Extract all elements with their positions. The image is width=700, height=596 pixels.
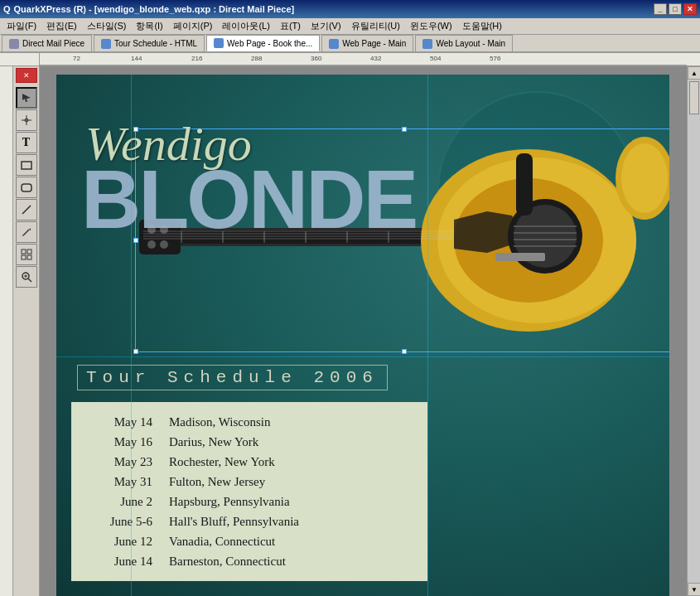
scroll-down-button[interactable]: ▼ [688, 583, 700, 596]
scroll-thumb[interactable] [689, 81, 699, 114]
tool-box[interactable] [16, 154, 37, 176]
svg-line-6 [23, 230, 29, 235]
tab-web-layout[interactable]: Web Layout - Main [415, 35, 513, 51]
tool-rounded-box[interactable] [16, 177, 37, 198]
tab-label-web-main: Web Page - Main [342, 39, 406, 48]
minimize-button[interactable]: _ [654, 3, 667, 15]
tool-text[interactable]: T [16, 132, 37, 153]
tab-icon-web-main [329, 39, 339, 49]
ruler-mark-288: 288 [251, 55, 262, 62]
tab-tour-schedule[interactable]: Tour Schedule - HTML [94, 35, 205, 51]
canvas-area[interactable]: Wendigo BLONDE [40, 66, 687, 596]
tour-row-5: June 2 Hapsburg, Pennsylvania [86, 492, 413, 511]
tool-pencil[interactable] [16, 221, 37, 243]
maximize-button[interactable]: □ [669, 3, 682, 15]
tool-line[interactable] [16, 199, 37, 220]
tab-label-web-layout: Web Layout - Main [436, 39, 505, 48]
guide-line-vertical-1 [131, 75, 132, 596]
tab-icon-web-layout [422, 39, 432, 49]
svg-rect-12 [27, 255, 31, 259]
ruler-mark-360: 360 [311, 55, 321, 62]
svg-rect-4 [22, 184, 31, 191]
menu-utility[interactable]: 유틸리티(U) [346, 18, 405, 34]
tour-row-1: May 14 Madison, Wisconsin [86, 412, 413, 432]
tab-icon-tour [101, 39, 111, 49]
svg-rect-11 [22, 255, 26, 259]
ruler-mark-432: 432 [370, 55, 381, 62]
menu-view[interactable]: 보기(V) [306, 18, 346, 34]
title-bar: Q QuarkXPress (R) - [wendigo_blonde_web.… [0, 0, 700, 18]
tool-arrow[interactable] [16, 87, 37, 109]
tour-schedule-box: May 14 Madison, Wisconsin May 16 Darius,… [71, 402, 427, 581]
svg-rect-40 [495, 253, 545, 261]
tabs-bar: Direct Mail Piece Tour Schedule - HTML W… [0, 35, 700, 53]
toolbar-close-button[interactable]: ✕ [16, 68, 37, 83]
menu-style[interactable]: 스타일(S) [82, 18, 132, 34]
tab-web-book[interactable]: Web Page - Book the... [206, 35, 320, 51]
tool-zoom[interactable] [16, 266, 37, 288]
tour-row-4: May 31 Fulton, New Jersey [86, 472, 413, 492]
window-title: QuarkXPress (R) - [wendigo_blonde_web.qx… [14, 4, 295, 14]
svg-rect-3 [22, 162, 31, 169]
tab-icon-direct [9, 39, 19, 49]
menu-bar: 파일(F) 편집(E) 스타일(S) 항목(I) 페이지(P) 레이아웃(L) … [0, 18, 700, 35]
svg-line-5 [22, 206, 31, 214]
menu-page[interactable]: 페이지(P) [168, 18, 218, 34]
document-page: Wendigo BLONDE [56, 75, 669, 596]
tour-schedule-title: Tour Schedule 2006 [77, 365, 388, 390]
ruler-mark-144: 144 [131, 55, 142, 62]
menu-layout[interactable]: 레이아웃(L) [217, 18, 274, 34]
svg-rect-10 [27, 250, 31, 254]
tab-icon-web-book [214, 38, 224, 48]
menu-item[interactable]: 항목(I) [131, 18, 167, 34]
menu-table[interactable]: 표(T) [275, 18, 306, 34]
scrollbar-vertical[interactable]: ▲ ▼ [687, 66, 700, 596]
tool-grid[interactable] [16, 244, 37, 265]
ruler-vertical [0, 66, 13, 596]
tour-row-8: June 14 Barneston, Connecticut [86, 551, 413, 571]
tour-row-3: May 23 Rochester, New York [86, 452, 413, 472]
svg-rect-9 [22, 250, 26, 254]
app-icon: Q [3, 4, 11, 14]
ruler-horizontal: 72 144 216 288 360 432 504 576 [40, 53, 687, 66]
tool-crosshair[interactable] [16, 109, 37, 131]
ruler-mark-216: 216 [191, 55, 202, 62]
tab-label-web-book: Web Page - Book the... [227, 39, 312, 48]
ruler-mark-576: 576 [490, 55, 500, 62]
menu-window[interactable]: 윈도우(W) [405, 18, 457, 34]
scroll-track[interactable] [688, 80, 700, 583]
svg-line-8 [22, 235, 24, 236]
ruler-mark-504: 504 [430, 55, 441, 62]
tab-label-tour: Tour Schedule - HTML [114, 39, 197, 48]
svg-rect-41 [516, 153, 533, 216]
ruler-mark-72: 72 [73, 55, 80, 62]
menu-file[interactable]: 파일(F) [2, 18, 41, 34]
svg-point-43 [621, 143, 668, 213]
tour-row-7: June 12 Vanadia, Connecticut [86, 531, 413, 551]
tour-row-2: May 16 Darius, New York [86, 432, 413, 452]
menu-help[interactable]: 도움말(H) [457, 18, 507, 34]
tab-direct-mail[interactable]: Direct Mail Piece [2, 35, 92, 51]
scroll-up-button[interactable]: ▲ [688, 66, 700, 80]
guide-line-vertical-2 [427, 75, 428, 596]
tab-web-main[interactable]: Web Page - Main [321, 35, 413, 51]
toolbar: ✕ T [13, 66, 40, 596]
guide-line-horizontal-1 [56, 356, 669, 357]
svg-line-14 [28, 279, 31, 282]
menu-edit[interactable]: 편집(E) [41, 18, 82, 34]
tour-row-6: June 5-6 Hall's Bluff, Pennsylvania [86, 511, 413, 531]
tab-label-direct: Direct Mail Piece [22, 39, 84, 48]
close-button[interactable]: ✕ [683, 3, 697, 15]
